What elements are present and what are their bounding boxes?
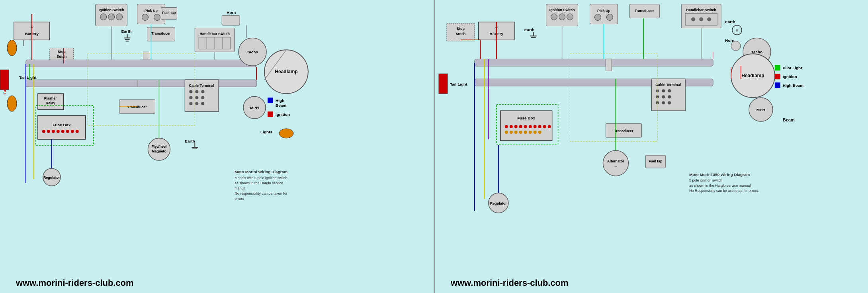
svg-point-180 [668, 89, 671, 92]
svg-point-6 [7, 40, 17, 56]
svg-point-140 [707, 17, 711, 21]
svg-point-20 [47, 130, 50, 133]
svg-point-158 [504, 125, 508, 128]
svg-text:Horn: Horn [227, 10, 236, 15]
svg-text:Cable Terminal: Cable Terminal [655, 83, 681, 87]
svg-rect-55 [222, 15, 240, 25]
svg-point-174 [533, 131, 536, 134]
svg-text:Regulator: Regulator [490, 201, 506, 205]
svg-text:Moto Morini   Wiring Diagram: Moto Morini Wiring Diagram [235, 170, 287, 174]
svg-text:Transducer: Transducer [635, 9, 654, 13]
svg-text:MPH: MPH [756, 107, 765, 112]
svg-point-69 [201, 96, 204, 99]
svg-text:Pilot Light: Pilot Light [782, 66, 802, 70]
svg-rect-152 [474, 59, 713, 66]
svg-text:Handlebar Switch: Handlebar Switch [686, 8, 716, 12]
svg-point-29 [100, 14, 107, 20]
svg-text:Models with 6 pole ignition sw: Models with 6 pole ignition switch [235, 176, 287, 180]
svg-text:No Responsiblty can be accepte: No Responsiblty can be accepted for erro… [689, 189, 759, 193]
svg-text:Ignition: Ignition [276, 112, 290, 117]
svg-point-186 [668, 101, 671, 104]
svg-point-175 [538, 131, 541, 134]
svg-text:Cable Terminal: Cable Terminal [189, 84, 214, 88]
svg-point-138 [691, 17, 695, 21]
svg-text:MPH: MPH [250, 105, 259, 110]
main-container: + Battery Stop Sutch Tail Light Tail Lig… [0, 0, 868, 293]
svg-point-23 [61, 130, 65, 133]
svg-text:Fuel tap: Fuel tap [649, 159, 663, 163]
svg-rect-47 [26, 80, 256, 87]
svg-point-170 [514, 131, 517, 134]
svg-text:Headlamp: Headlamp [741, 73, 764, 78]
svg-point-182 [662, 95, 665, 98]
svg-text:Transducer: Transducer [151, 31, 171, 35]
svg-point-25 [71, 130, 74, 133]
svg-point-70 [189, 102, 192, 105]
svg-text:~: ~ [157, 142, 160, 148]
svg-text:Sutch: Sutch [456, 32, 465, 36]
svg-text:Sutch: Sutch [57, 55, 66, 59]
svg-text:Alternator: Alternator [607, 159, 624, 163]
svg-text:manual: manual [235, 186, 246, 190]
svg-point-35 [154, 14, 160, 20]
svg-point-139 [699, 17, 703, 21]
left-diagram: + Battery Stop Sutch Tail Light Tail Lig… [0, 0, 434, 293]
svg-point-167 [547, 125, 551, 128]
svg-text:Stop: Stop [456, 27, 464, 31]
svg-text:Beam: Beam [276, 103, 286, 107]
svg-rect-76 [268, 111, 273, 117]
svg-point-166 [543, 125, 546, 128]
svg-rect-129 [590, 4, 618, 24]
svg-point-132 [606, 14, 613, 20]
svg-point-78 [279, 129, 293, 138]
svg-text:5 pole ignition switch: 5 pole ignition switch [689, 178, 722, 182]
svg-point-172 [524, 131, 527, 134]
svg-point-127 [559, 14, 565, 20]
svg-point-68 [195, 96, 198, 99]
svg-text:Fuse Box: Fuse Box [517, 116, 535, 120]
svg-text:Earth: Earth [725, 20, 735, 24]
svg-point-159 [509, 125, 512, 128]
svg-text:Transducer: Transducer [614, 129, 633, 133]
svg-point-161 [519, 125, 522, 128]
svg-point-179 [662, 89, 665, 92]
svg-point-126 [551, 14, 557, 20]
svg-text:Pick Up: Pick Up [597, 9, 610, 13]
svg-text:Headlamp: Headlamp [275, 69, 297, 74]
svg-text:Tail Light: Tail Light [450, 82, 467, 86]
svg-rect-154 [438, 74, 447, 94]
svg-point-173 [528, 131, 532, 134]
svg-text:Regulator: Regulator [43, 176, 60, 180]
svg-point-163 [528, 125, 532, 128]
svg-text:Fuel tap: Fuel tap [162, 11, 176, 15]
svg-point-24 [66, 130, 69, 133]
svg-text:as shown in the Harglo service: as shown in the Harglo service [235, 181, 283, 185]
svg-point-165 [538, 125, 541, 128]
svg-point-128 [567, 14, 573, 20]
svg-text:Tacho: Tacho [247, 50, 258, 54]
svg-text:Ignition: Ignition [782, 74, 797, 79]
svg-point-171 [519, 131, 522, 134]
svg-text:errors: errors [235, 197, 244, 201]
left-wiring-svg: + Battery Stop Sutch Tail Light Tail Lig… [0, 0, 434, 293]
svg-text:Handlebar Switch: Handlebar Switch [200, 32, 230, 36]
svg-text:⊕: ⊕ [735, 28, 738, 32]
svg-rect-117 [435, 0, 868, 293]
svg-text:High Beam: High Beam [782, 83, 803, 88]
svg-text:No responsibility can be taken: No responsibility can be taken for [235, 191, 287, 195]
svg-point-72 [201, 102, 204, 105]
svg-point-160 [514, 125, 517, 128]
svg-rect-200 [774, 65, 780, 70]
svg-rect-46 [26, 60, 256, 67]
svg-point-31 [116, 14, 123, 20]
right-diagram: Stop Sutch + Battery Ignition Switch Pic… [435, 0, 868, 293]
svg-text:Stop: Stop [58, 50, 66, 54]
svg-text:Pick Up: Pick Up [145, 9, 158, 13]
svg-point-169 [509, 131, 512, 134]
svg-text:Tail Light: Tail Light [2, 77, 7, 94]
svg-point-183 [668, 95, 671, 98]
svg-text:Earth: Earth [121, 29, 131, 33]
svg-rect-73 [268, 98, 273, 103]
svg-text:Earth: Earth [524, 27, 534, 32]
svg-point-22 [57, 130, 60, 133]
